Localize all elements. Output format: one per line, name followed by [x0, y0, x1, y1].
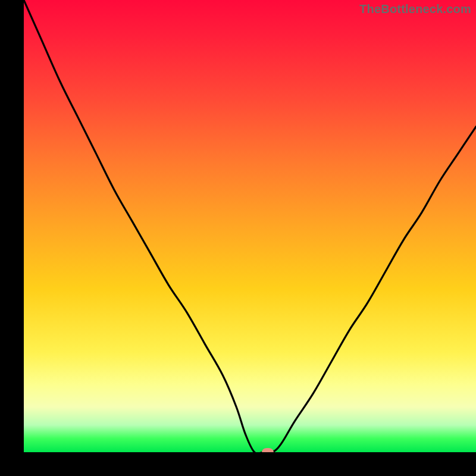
- plot-area: TheBottleneck.com: [24, 0, 476, 452]
- bottleneck-marker: [262, 448, 274, 452]
- attribution-label: TheBottleneck.com: [359, 2, 471, 16]
- bottleneck-curve: [24, 0, 476, 452]
- chart-frame: TheBottleneck.com: [0, 0, 476, 476]
